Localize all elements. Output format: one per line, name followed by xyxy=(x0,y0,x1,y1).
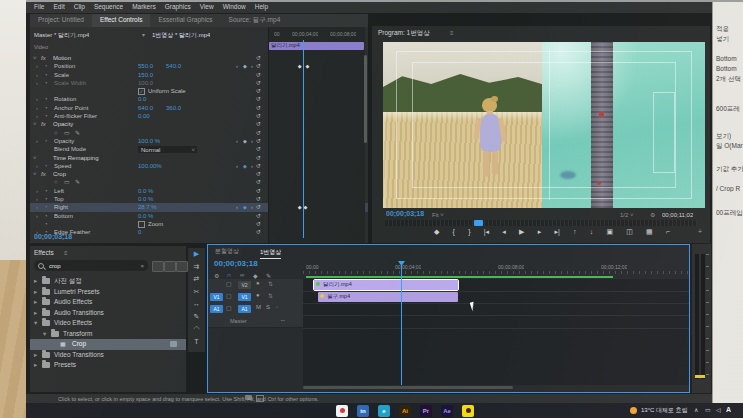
button-editor[interactable]: + xyxy=(698,227,702,237)
twirl-right-icon[interactable]: › xyxy=(36,137,38,145)
keyframe-diamond-icon[interactable]: ◆ xyxy=(298,62,302,70)
reset-param-icon[interactable]: ↺ xyxy=(256,95,261,103)
reset-param-icon[interactable]: ↺ xyxy=(256,162,261,170)
tree-item-audio-transitions[interactable]: ▸Audio Transitions xyxy=(30,308,186,319)
go-to-in-icon[interactable]: |◂ xyxy=(484,227,489,237)
panel-menu-icon[interactable]: ≡ xyxy=(450,29,454,37)
taskbar-messenger-app[interactable]: in xyxy=(357,405,369,417)
twirl-down-icon[interactable]: ▾ xyxy=(34,318,37,329)
timeline-clip-달리기-mp4[interactable]: 달리기.mp4 xyxy=(314,280,458,290)
clip-fx-badge[interactable] xyxy=(320,294,324,298)
clip-fx-badge[interactable] xyxy=(316,282,320,286)
pen-mask-icon[interactable]: ✎ xyxy=(75,178,80,186)
ec-row-timeline[interactable] xyxy=(268,87,365,95)
menu-graphics[interactable]: Graphics xyxy=(165,3,191,10)
timeline-scrollbar[interactable] xyxy=(303,386,513,389)
ec-mini-clip[interactable]: 달리기.mp4 xyxy=(269,42,364,50)
taskbar-after-effects[interactable]: Ae xyxy=(441,405,453,417)
next-keyframe-icon[interactable]: › xyxy=(251,62,253,70)
tab-project[interactable]: Project: Untitled xyxy=(30,14,92,27)
ec-row-timeline[interactable] xyxy=(268,129,365,137)
play-icon[interactable]: ▶ xyxy=(519,227,524,237)
fit-dropdown[interactable]: Fit ˅ xyxy=(432,211,444,219)
menu-markers[interactable]: Markers xyxy=(132,3,155,10)
reset-param-icon[interactable]: ↺ xyxy=(256,203,261,211)
twirl-down-icon[interactable]: ˅ xyxy=(33,120,37,128)
ec-row-timeline[interactable] xyxy=(268,195,365,203)
stopwatch-icon[interactable]: ◔ xyxy=(44,187,48,195)
twirl-right-icon[interactable]: ▸ xyxy=(34,287,37,298)
param-value[interactable]: 640.0 xyxy=(138,104,153,112)
fx-badge-icon[interactable]: fx xyxy=(41,54,46,62)
param-value[interactable]: 150.0 xyxy=(138,71,153,79)
ec-current-time[interactable]: 00;00;03;18 xyxy=(34,233,72,240)
ec-row-timeline[interactable] xyxy=(268,154,365,162)
twirl-right-icon[interactable]: › xyxy=(36,95,38,103)
param-value[interactable]: 0.0 xyxy=(138,95,146,103)
twirl-down-icon[interactable]: ▾ xyxy=(43,329,46,340)
program-scrubber-handle[interactable] xyxy=(474,220,483,226)
checkbox[interactable]: ✓ xyxy=(138,88,145,95)
rect-mask-icon[interactable]: ▭ xyxy=(64,129,70,137)
weather-icon[interactable] xyxy=(630,407,637,414)
ec-row-timeline[interactable] xyxy=(268,178,365,186)
multi-camera-icon[interactable]: ▦ xyxy=(646,227,653,237)
twirl-right-icon[interactable]: › xyxy=(36,62,38,70)
twirl-right-icon[interactable]: › xyxy=(36,162,38,170)
reset-param-icon[interactable]: ↺ xyxy=(256,154,261,162)
prev-keyframe-icon[interactable]: ‹ xyxy=(236,162,238,170)
stopwatch-icon[interactable]: ◔ xyxy=(44,104,48,112)
reset-param-icon[interactable]: ↺ xyxy=(256,71,261,79)
twirl-down-icon[interactable]: ˅ xyxy=(33,154,37,162)
ec-row-timeline[interactable]: ◆◆ xyxy=(268,203,365,211)
next-keyframe-icon[interactable]: › xyxy=(251,203,253,211)
track-select-forward-tool[interactable]: ⇉ xyxy=(188,261,205,274)
menu-sequence[interactable]: Sequence xyxy=(94,3,123,10)
mark-out-icon[interactable]: } xyxy=(468,227,470,237)
checkbox[interactable] xyxy=(138,221,145,228)
twirl-right-icon[interactable]: ▸ xyxy=(34,276,37,287)
background-browser-window[interactable]: 적용넣기BottomBottom2개 선택600프레보기)일 O(Mar기값 추… xyxy=(712,2,743,403)
zoom-dropdown[interactable]: 1/2 ˅ xyxy=(620,211,634,219)
reset-param-icon[interactable]: ↺ xyxy=(256,120,261,128)
ripple-edit-tool[interactable]: ⇄ xyxy=(188,273,205,286)
ec-scrollbar[interactable] xyxy=(364,55,367,143)
menu-edit[interactable]: Edit xyxy=(53,3,64,10)
twirl-right-icon[interactable]: › xyxy=(36,79,38,87)
reset-param-icon[interactable]: ↺ xyxy=(256,137,261,145)
ec-master-clip-label[interactable]: Master * 달리기.mp4 xyxy=(34,31,89,39)
reset-param-icon[interactable]: ↺ xyxy=(256,220,261,228)
mark-in-icon[interactable]: { xyxy=(453,227,455,237)
extract-icon[interactable]: ↓ xyxy=(590,227,594,237)
stopwatch-icon[interactable]: ◔ xyxy=(44,71,48,79)
stopwatch-icon[interactable]: ◔ xyxy=(44,162,48,170)
pen-tool[interactable]: ✎ xyxy=(188,311,205,324)
tree-item-video-transitions[interactable]: ▸Video Transitions xyxy=(30,350,186,361)
twirl-down-icon[interactable]: ˅ xyxy=(33,54,37,62)
stopwatch-icon[interactable]: ◔ xyxy=(44,195,48,203)
reset-param-icon[interactable]: ↺ xyxy=(256,145,261,153)
tree-item-사전-설정[interactable]: ▸사전 설정 xyxy=(30,276,186,287)
program-video-frame[interactable] xyxy=(383,42,705,208)
reset-param-icon[interactable]: ↺ xyxy=(256,87,261,95)
param-value[interactable]: 0.0 % xyxy=(138,212,153,220)
reset-param-icon[interactable]: ↺ xyxy=(256,228,261,236)
blend-mode-select[interactable]: Normal˅ xyxy=(138,146,197,153)
ec-sequence-clip-label[interactable]: 1번영상 * 달리기.mp4 xyxy=(152,31,210,39)
add-keyframe-icon[interactable]: ◆ xyxy=(243,137,247,145)
tab-effects[interactable]: Effects xyxy=(34,249,54,257)
program-scrubber[interactable] xyxy=(385,220,697,226)
reset-param-icon[interactable]: ↺ xyxy=(256,195,261,203)
tray-chevron-up-icon[interactable]: ∧ xyxy=(694,406,698,413)
keyframe-diamond-icon[interactable]: ◆ xyxy=(298,203,302,211)
twirl-right-icon[interactable]: › xyxy=(36,212,38,220)
twirl-right-icon[interactable]: › xyxy=(36,112,38,120)
twirl-right-icon[interactable]: › xyxy=(36,71,38,79)
tab-effect-controls[interactable]: Effect Controls xyxy=(92,14,151,27)
twirl-right-icon[interactable]: ▸ xyxy=(34,360,37,371)
ec-row-timeline[interactable] xyxy=(268,54,365,62)
step-forward-icon[interactable]: ▸ xyxy=(538,227,542,237)
reset-param-icon[interactable]: ↺ xyxy=(256,170,261,178)
ec-mini-ruler[interactable]: 0000;00;04;0000;00;08;00 xyxy=(268,29,364,41)
tray-display-icon[interactable]: ▭ xyxy=(705,406,711,413)
